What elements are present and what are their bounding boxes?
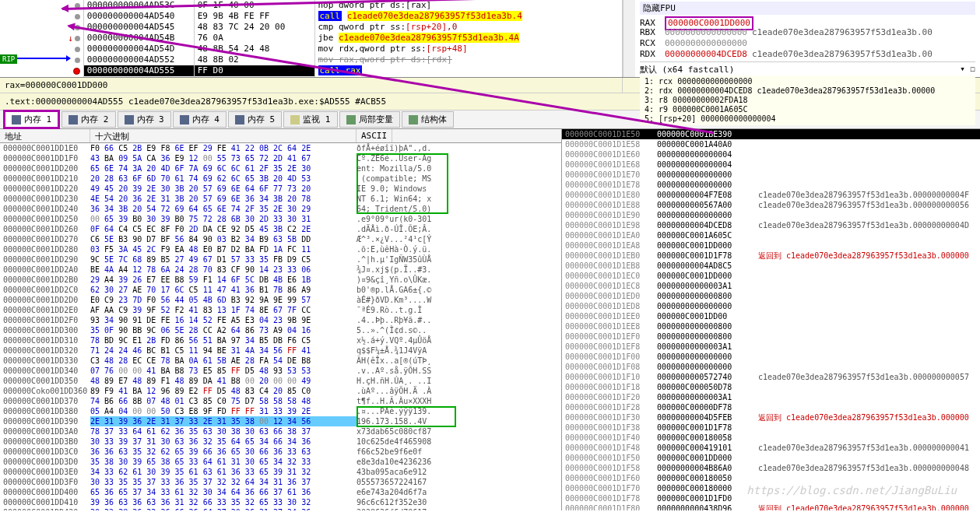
stack-row[interactable]: 000000C0001D1EF800000000000003A1 — [562, 342, 980, 352]
stack-row[interactable]: 000000C0001D1F100000000000572740c1eade07… — [562, 372, 980, 382]
dump-row[interactable]: 000000C0001DD2F093 34 90 91 DE FE 16 14 … — [0, 315, 561, 325]
dump-row[interactable]: 000000C0001DD31078 BD 9C E1 2B FD 86 56 … — [0, 335, 561, 345]
stack-row[interactable]: 000000C0001D1EB800000000004AD8C5 — [562, 261, 980, 271]
dump-row[interactable]: 000000C0001DD2B029 A4 39 26 E7 EE B8 59 … — [0, 275, 561, 285]
dump-row[interactable]: 000000C0001DD2A0BE 4A A4 12 78 6A 24 28 … — [0, 265, 561, 275]
tab-内存2[interactable]: 内存 2 — [61, 111, 115, 128]
hdr-ascii[interactable]: ASCII — [357, 129, 392, 142]
dump-row[interactable]: 000000C0001DD2304E 54 20 36 2E 31 3B 20 … — [0, 194, 561, 204]
stack-row[interactable]: 000000C0001D1EC800000000000003A1 — [562, 281, 980, 291]
disasm-bytes[interactable]: 48 8B 6C 24 60 — [195, 76, 314, 77]
dump-row[interactable]: 000000C0001DD41039 36 63 36 63 36 31 32 … — [0, 497, 561, 507]
stack-row[interactable]: 000000C0001D1F48000000C000419101c1eade07… — [562, 443, 980, 453]
stack-row[interactable]: 000000C0001D1ED80000000000000000 — [562, 301, 980, 311]
dump-row[interactable]: 000000C0001DD24036 34 3B 20 54 72 69 64 … — [0, 204, 561, 214]
stack-row[interactable]: 000000C0001D1ED00000000000000800 — [562, 291, 980, 301]
hdr-addr[interactable]: 地址 — [0, 129, 90, 142]
marker-dot[interactable] — [75, 14, 80, 19]
disasm-bytes[interactable]: 76 0A — [195, 33, 314, 44]
dump-row[interactable]: 000000C0001DD35048 89 E7 48 89 F1 48 89 … — [0, 376, 561, 386]
tab-结构体[interactable]: 结构体 — [402, 111, 454, 128]
dump-row[interactable]: 000000C0001DD2909C 5E 7C 68 89 B5 27 49 … — [0, 254, 561, 265]
dump-row[interactable]: 000000C0001DD21020 28 63 6F 6D 70 61 74 … — [0, 174, 561, 184]
dump-row[interactable]: 000000C0001DD38005 A4 04 00 00 50 C3 E8 … — [0, 406, 561, 416]
dump-row[interactable]: 000000C0001DD34007 76 00 00 41 BA B8 73 … — [0, 366, 561, 376]
disasm-instruction[interactable]: cmp qword ptr ss:[rsp+20],0 — [315, 22, 623, 33]
disasm-instruction[interactable]: mov rax,qword ptr ds:[rdx] — [315, 54, 623, 65]
disasm-bytes[interactable]: E9 9B 4B FE FF — [195, 11, 314, 22]
disasm-instruction[interactable]: jbe c1eade070e3dea287963957f53d1ea3b.4A — [315, 33, 623, 44]
dump-row[interactable]: 000000C0001DD28003 F5 3A 45 2C F9 EA 48 … — [0, 244, 561, 254]
stack-row[interactable]: 000000C0001D1E58000000C0001A40A0 — [562, 139, 980, 149]
marker-dot[interactable] — [75, 58, 80, 63]
tab-内存1[interactable]: 内存 1 — [3, 110, 60, 129]
marker-dot[interactable] — [75, 47, 80, 52]
stack-row[interactable]: 000000C0001D1E600000000000000004 — [562, 149, 980, 160]
dump-row[interactable]: 000000C0001DD3E034 33 62 61 30 39 35 61 … — [0, 467, 561, 477]
dump-row[interactable]: 000000C0001DD32071 24 24 46 BC B1 C5 11 … — [0, 345, 561, 356]
dump-row[interactable]: 000000Coko001DD36089 F9 41 BA 12 96 89 E… — [0, 386, 561, 396]
stack-row[interactable]: 000000C0001D1F50000000C0001DD000 — [562, 453, 980, 463]
stack-row[interactable]: 000000C0001D1E900000000000000000 — [562, 210, 980, 220]
calling-convention[interactable]: 默认 (x64 fastcall) — [640, 65, 734, 75]
disasm-scrollbar[interactable] — [623, 0, 635, 77]
dump-row[interactable]: 000000C0001DD3A078 37 33 64 61 62 36 35 … — [0, 426, 561, 437]
stack-row[interactable]: 000000C0001D1F800000000000438D96返回到 c1ea… — [562, 503, 980, 510]
dump-row[interactable]: 000000C0001DD2C062 30 27 AE 70 17 6C C5 … — [0, 285, 561, 295]
stack-row[interactable]: 000000C0001D1F3000000000004D5FEB返回到 c1ea… — [562, 412, 980, 423]
dump-row[interactable]: 000000C0001DD2D0E0 C9 23 7D F0 56 44 05 … — [0, 295, 561, 305]
dump-row[interactable]: 000000C0001DD40065 36 65 37 34 33 61 32 … — [0, 487, 561, 497]
disasm-bytes[interactable]: FF D0 — [195, 65, 314, 76]
marker-row[interactable] — [0, 76, 83, 77]
stack-row[interactable]: 000000C0001D1F18000000C000050D78 — [562, 382, 980, 392]
dump-row[interactable]: 000000C0001DD37074 B6 66 8B 07 48 01 C3 … — [0, 396, 561, 406]
stack-row[interactable]: 000000C0001D1F080000000000000000 — [562, 362, 980, 372]
stack-row[interactable]: 000000C0001D1EC0000000C0001DD000 — [562, 271, 980, 281]
register-rbx[interactable]: RBX0000000000000000c1eade070e3dea2879639… — [640, 27, 975, 38]
disasm-instruction[interactable]: call c1eade070e3dea287963957f53d1ea3b.4 — [315, 11, 623, 22]
dump-row[interactable]: 000000C0001DD3C036 36 63 35 32 62 65 39 … — [0, 447, 561, 457]
stack-row[interactable]: 000000C0001D1E50000000C0001BE390 — [562, 129, 980, 139]
stack-panel[interactable]: 000000C0001D1E50000000C0001BE390000000C0… — [562, 129, 980, 510]
marker-row[interactable] — [0, 65, 83, 76]
disasm-addr[interactable]: 000000000004AD557 — [84, 76, 194, 77]
disasm-addr[interactable]: 000000000004AD552 — [84, 54, 194, 65]
stack-row[interactable]: 000000C0001D1F60000000C000180050 — [562, 473, 980, 483]
register-rdx[interactable]: RDX00000000004DCED8c1eade070e3dea2879639… — [640, 49, 975, 60]
disasm-instruction[interactable]: mov rbp,qword ptr ss:[rsp+60] — [315, 76, 623, 77]
stack-row[interactable]: 000000C0001D1E880000000000567A00c1eade07… — [562, 200, 980, 210]
marker-row[interactable]: ↓ — [0, 33, 83, 44]
disasm-instruction[interactable]: mov rdx,qword ptr ss:[rsp+48] — [315, 44, 623, 54]
marker-row[interactable] — [0, 11, 83, 22]
dump-row[interactable]: 000000C0001DD1E0F0 66 C5 2B E9 F8 6E EF … — [0, 143, 561, 153]
tab-局部变量[interactable]: 局部变量 — [339, 111, 400, 128]
dump-row[interactable]: 000000C0001DD3902E 31 39 36 2E 31 37 33 … — [0, 416, 561, 426]
register-rcx[interactable]: RCX0000000000000000 — [640, 38, 975, 49]
dump-row[interactable]: 000000C0001DD1F043 BA 09 5A CA 36 E9 12 … — [0, 153, 561, 163]
marker-row[interactable] — [0, 44, 83, 54]
stack-row[interactable]: 000000C0001D1F28000000C00000DF78 — [562, 402, 980, 412]
stack-row[interactable]: 000000C0001D1F38000000C0001D1F78 — [562, 423, 980, 433]
stack-row[interactable]: 000000C0001D1F5800000000004B86A0c1eade07… — [562, 463, 980, 473]
tab-内存5[interactable]: 内存 5 — [228, 111, 282, 128]
stack-row[interactable]: 000000C0001D1E780000000000000000 — [562, 180, 980, 190]
registers-panel[interactable]: 隐藏FPU RAX000000C0001DD000RBX000000000000… — [635, 0, 980, 77]
tab-监视1[interactable]: 监视 1 — [283, 111, 337, 128]
stack-row[interactable]: 000000C0001D1F000000000000000000 — [562, 352, 980, 362]
stack-row[interactable]: 000000C0001D1EB0000000C0001D1F78返回到 c1ea… — [562, 251, 980, 261]
dump-row[interactable]: 000000C0001DD270C6 5E B3 90 D7 BF 56 84 … — [0, 234, 561, 244]
dump-row[interactable]: 000000C0001DD3B030 33 39 37 31 30 63 36 … — [0, 437, 561, 447]
stack-row[interactable]: 000000C0001D1EF00000000000000800 — [562, 331, 980, 342]
memory-dump-panel[interactable]: 地址 十六进制 ASCII 000000C0001DD1E0F0 66 C5 2… — [0, 129, 562, 510]
stack-row[interactable]: 000000C0001D1E8000000000004F7E08c1eade07… — [562, 190, 980, 200]
stack-row[interactable]: 000000C0001D1F2000000000000003A1 — [562, 392, 980, 402]
tab-内存4[interactable]: 内存 4 — [173, 111, 227, 128]
stack-row[interactable]: 000000C0001D1E700000000000000000 — [562, 170, 980, 180]
dropdown-icon[interactable]: ▾ ☐ — [960, 64, 975, 74]
dump-row[interactable]: 000000C0001DD30035 0F 90 BB 9C 06 5E 28 … — [0, 325, 561, 335]
marker-dot[interactable] — [75, 36, 80, 41]
dump-row[interactable]: 000000C0001DD3D035 38 30 39 65 38 65 33 … — [0, 457, 561, 467]
stack-row[interactable]: 000000C0001D1E680000000000000004 — [562, 160, 980, 170]
disasm-addr[interactable]: 000000000004AD555 — [84, 65, 194, 76]
stack-row[interactable]: 000000C0001D1EE80000000000000800 — [562, 321, 980, 331]
